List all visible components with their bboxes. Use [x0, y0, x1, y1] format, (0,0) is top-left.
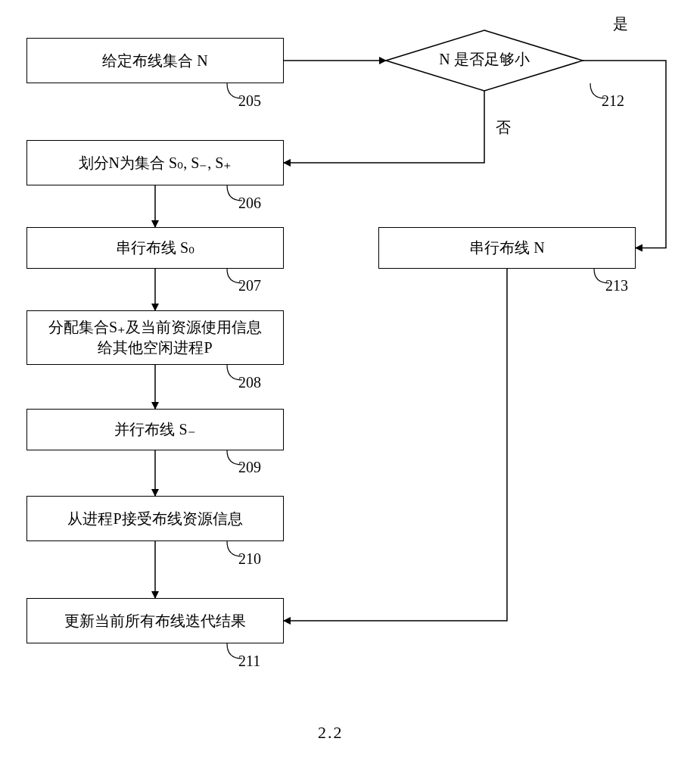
edge-212-206-no	[284, 91, 484, 163]
edge-212-213-yes	[583, 61, 666, 248]
node-210-text: 从进程P接受布线资源信息	[67, 509, 242, 529]
node-206-text: 划分N为集合 S₀, S₋, S₊	[79, 153, 232, 173]
decision-no-label: 否	[496, 117, 511, 138]
edge-213-211	[284, 269, 507, 621]
node-211: 更新当前所有布线迭代结果	[26, 598, 284, 643]
node-213-ref: 213	[605, 277, 628, 294]
node-212-ref: 212	[602, 92, 624, 110]
node-209: 并行布线 S₋	[26, 409, 284, 450]
node-210-ref: 210	[238, 550, 261, 568]
node-206-ref: 206	[238, 195, 261, 212]
node-212	[386, 30, 583, 91]
node-211-ref: 211	[238, 653, 260, 670]
node-213: 串行布线 N	[378, 227, 636, 269]
node-213-text: 串行布线 N	[469, 238, 544, 258]
node-210: 从进程P接受布线资源信息	[26, 496, 284, 541]
node-208: 分配集合S₊及当前资源使用信息 给其他空闲进程P	[26, 310, 284, 365]
node-207-text: 串行布线 S₀	[116, 238, 194, 258]
node-211-text: 更新当前所有布线迭代结果	[64, 611, 246, 631]
figure-label: 2.2	[318, 723, 344, 743]
node-208-text: 分配集合S₊及当前资源使用信息 给其他空闲进程P	[48, 317, 262, 358]
node-209-ref: 209	[238, 459, 261, 476]
node-212-text: N 是否足够小	[439, 51, 529, 67]
node-209-text: 并行布线 S₋	[114, 419, 195, 440]
node-205-text: 给定布线集合 N	[102, 51, 207, 71]
node-207: 串行布线 S₀	[26, 227, 284, 269]
connector-layer: N 是否足够小	[0, 0, 700, 757]
node-208-ref: 208	[238, 374, 261, 391]
node-205-ref: 205	[238, 92, 261, 110]
decision-yes-label: 是	[613, 14, 628, 34]
node-205: 给定布线集合 N	[26, 38, 284, 83]
node-206: 划分N为集合 S₀, S₋, S₊	[26, 140, 284, 185]
flowchart-canvas: 给定布线集合 N 205 划分N为集合 S₀, S₋, S₊ 206 串行布线 …	[0, 0, 700, 757]
node-207-ref: 207	[238, 277, 261, 294]
